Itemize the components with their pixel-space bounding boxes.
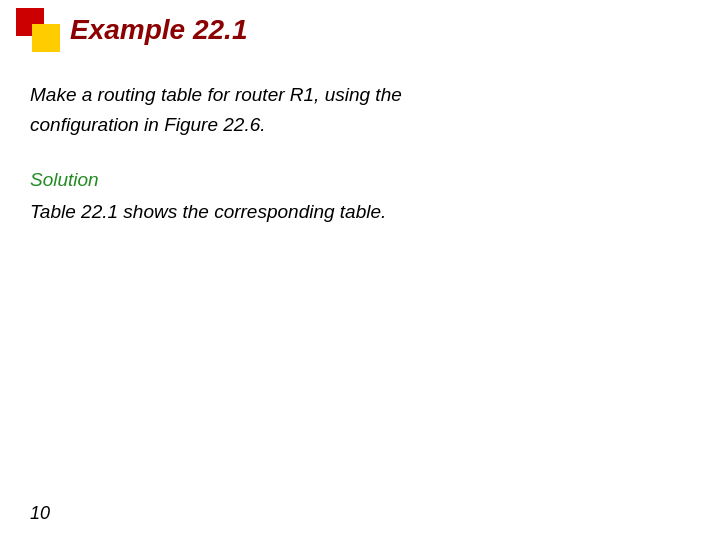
main-content: Make a routing table for router R1, usin… — [0, 80, 720, 227]
main-text-line1: Make a routing table for router R1, usin… — [30, 84, 402, 105]
page-title: Example 22.1 — [70, 14, 247, 46]
solution-label: Solution — [30, 169, 690, 191]
solution-text: Table 22.1 shows the corresponding table… — [30, 197, 690, 227]
main-paragraph: Make a routing table for router R1, usin… — [30, 80, 690, 141]
logo-yellow-square — [32, 24, 60, 52]
page-number: 10 — [30, 503, 50, 524]
main-text-line2: configuration in Figure 22.6. — [30, 114, 266, 135]
header: Example 22.1 — [0, 0, 720, 60]
logo-icon — [16, 8, 60, 52]
